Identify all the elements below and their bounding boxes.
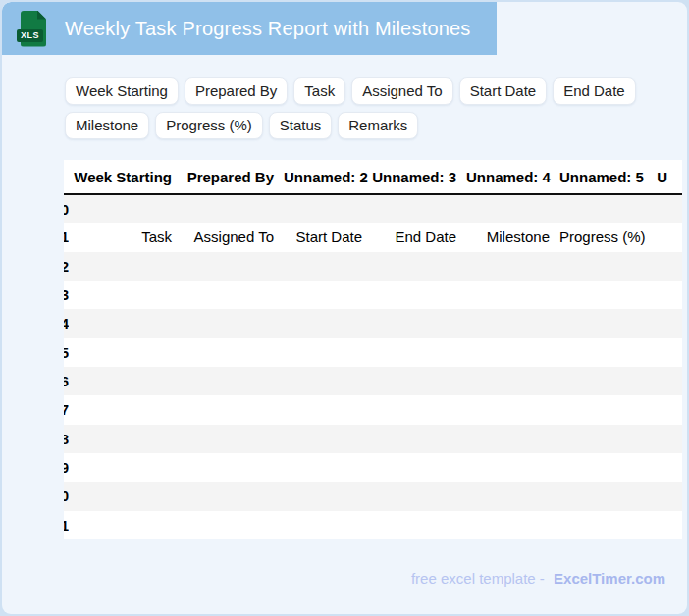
data-table: Week StartingPrepared ByUnnamed: 2Unname… xyxy=(64,160,682,539)
table-cell xyxy=(182,338,284,367)
table-cell xyxy=(372,194,466,223)
table-cell xyxy=(466,453,559,482)
table-cell xyxy=(653,425,682,453)
table-cell xyxy=(653,453,682,482)
table-cell xyxy=(653,194,682,223)
footer: free excel template - ExcelTimer.com xyxy=(2,570,687,587)
table-cell xyxy=(653,338,682,367)
table-row: 6 xyxy=(64,367,682,395)
column-header: Unnamed: 3 xyxy=(372,160,466,194)
exceltimer-link[interactable]: ExcelTimer.com xyxy=(554,570,665,587)
table-cell xyxy=(559,453,653,482)
table-cell xyxy=(284,367,372,395)
column-header: Unnamed: 5 xyxy=(559,160,653,194)
column-chip-end-date[interactable]: End Date xyxy=(553,77,636,105)
table-cell xyxy=(653,223,682,251)
table-cell xyxy=(372,425,466,453)
table-cell xyxy=(466,395,559,424)
table-cell xyxy=(284,194,372,223)
table-cell xyxy=(69,309,182,337)
table-cell xyxy=(653,309,682,337)
table-cell xyxy=(653,395,682,424)
table-cell xyxy=(69,425,182,453)
table-cell xyxy=(182,281,284,309)
column-chip-progress[interactable]: Progress (%) xyxy=(155,112,263,139)
table-cell xyxy=(559,482,653,510)
table-cell xyxy=(69,252,182,281)
table-row: 1TaskAssigned ToStart DateEnd DateMilest… xyxy=(64,223,682,251)
table-cell xyxy=(182,252,284,281)
table-cell xyxy=(372,511,466,539)
column-header: Prepared By xyxy=(182,160,284,194)
table-cell xyxy=(559,338,653,367)
table-cell xyxy=(372,281,466,309)
table-cell xyxy=(284,425,372,453)
table-cell xyxy=(653,367,682,395)
table-cell xyxy=(69,482,182,510)
table-cell xyxy=(559,194,653,223)
column-chip-remarks[interactable]: Remarks xyxy=(338,112,418,139)
table-cell xyxy=(372,252,466,281)
table-header-row: Week StartingPrepared ByUnnamed: 2Unname… xyxy=(64,160,682,194)
table-cell xyxy=(182,194,284,223)
table-cell xyxy=(69,194,182,223)
column-chip-status[interactable]: Status xyxy=(269,112,333,139)
table-cell xyxy=(466,252,559,281)
table-cell xyxy=(653,281,682,309)
column-chip-task[interactable]: Task xyxy=(293,77,345,105)
table-cell xyxy=(284,281,372,309)
table-cell: Progress (%) xyxy=(559,223,653,251)
table-cell xyxy=(284,252,372,281)
table-cell: Milestone xyxy=(466,223,559,251)
table-cell xyxy=(69,395,182,424)
xls-file-fold-corner xyxy=(37,11,46,20)
table-row: 5 xyxy=(64,338,682,367)
table-cell xyxy=(466,425,559,453)
table-cell xyxy=(182,482,284,510)
column-chip-start-date[interactable]: Start Date xyxy=(459,77,548,105)
column-chip-week-starting[interactable]: Week Starting xyxy=(65,77,179,105)
table-cell xyxy=(182,425,284,453)
table-cell xyxy=(284,482,372,510)
column-chip-assigned-to[interactable]: Assigned To xyxy=(351,77,452,105)
table-cell xyxy=(69,281,182,309)
table-row: 8 xyxy=(64,425,682,453)
page-title: Weekly Task Progress Report with Milesto… xyxy=(65,18,471,40)
table-container: Week StartingPrepared ByUnnamed: 2Unname… xyxy=(64,160,682,539)
table-row: 4 xyxy=(64,309,682,337)
table-cell xyxy=(466,338,559,367)
table-cell xyxy=(372,453,466,482)
column-chip-prepared-by[interactable]: Prepared By xyxy=(185,77,288,105)
table-cell xyxy=(69,338,182,367)
column-chip-list: Week StartingPrepared ByTaskAssigned ToS… xyxy=(65,77,650,139)
table-row: 9 xyxy=(64,453,682,482)
table-cell xyxy=(182,309,284,337)
table-cell xyxy=(182,511,284,539)
xls-badge: XLS xyxy=(17,29,43,42)
table-cell xyxy=(559,367,653,395)
table-cell xyxy=(559,281,653,309)
table-row: 10 xyxy=(64,482,682,510)
table-cell xyxy=(284,338,372,367)
table-cell xyxy=(69,367,182,395)
column-chip-milestone[interactable]: Milestone xyxy=(65,112,149,139)
table-cell xyxy=(466,482,559,510)
table-cell: Start Date xyxy=(284,223,372,251)
table-cell xyxy=(284,309,372,337)
table-row: 7 xyxy=(64,395,682,424)
table-cell xyxy=(653,482,682,510)
column-header: U xyxy=(653,160,682,194)
table-cell xyxy=(372,367,466,395)
table-cell xyxy=(559,309,653,337)
table-cell xyxy=(284,511,372,539)
footer-label: free excel template - xyxy=(411,570,545,587)
table-cell xyxy=(653,511,682,539)
column-header: Unnamed: 4 xyxy=(466,160,559,194)
table-row: 0 xyxy=(64,194,682,223)
header-banner: XLS Weekly Task Progress Report with Mil… xyxy=(2,2,497,55)
table-cell xyxy=(466,281,559,309)
table-cell xyxy=(466,511,559,539)
table-cell xyxy=(466,367,559,395)
table-cell xyxy=(559,425,653,453)
table-cell xyxy=(372,338,466,367)
